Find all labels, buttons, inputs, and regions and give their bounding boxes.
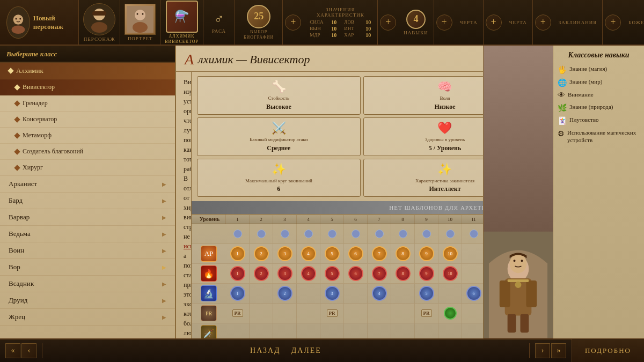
ap-dot-9: 9 (419, 246, 434, 261)
next-button[interactable]: ДАЛЕЕ (291, 346, 321, 355)
discovery-row-icon: 🔬 (192, 285, 226, 301)
bomb-l3: 3 (273, 264, 297, 283)
class-item-rogue[interactable]: Вор ▶ (0, 259, 175, 276)
level-row-discovery: 🔬 1 2 3 4 5 (192, 284, 483, 304)
lv6: 6 (344, 215, 368, 224)
spell-stat-icon: ✨ (437, 162, 452, 176)
stat-card-spell-circle: ✨ Максимальный круг заклинаний 6 (197, 159, 361, 197)
race-tab[interactable]: ♂ РАСА (203, 0, 235, 45)
svg-point-11 (142, 13, 144, 14)
bio-number: 25 (247, 5, 270, 28)
nav-btn-group-forward: › » (529, 343, 572, 358)
new-character-section[interactable]: Новый персонаж (0, 0, 79, 45)
lv7: 7 (368, 215, 391, 224)
class-item-warrior[interactable]: Воин ▶ (0, 242, 175, 259)
int-val: 10 (363, 26, 371, 32)
detail-body: Вивисектор изучает устройство организма,… (176, 72, 483, 338)
class-arcanist-label: Арканист (9, 180, 37, 188)
bio-tab[interactable]: 25 ВЫБОРБИОГРАФИИ (235, 0, 283, 45)
sp-l6 (344, 323, 368, 338)
disc-l1: 1 (226, 284, 250, 303)
hp-level-icon: ❤️ (437, 121, 452, 135)
disc-l10 (438, 284, 462, 303)
disc-l5: 3 (320, 284, 344, 303)
bab-value: Среднее (267, 144, 290, 152)
title-decorator: А (185, 51, 194, 68)
trait1-section[interactable]: ЧЕРТА (455, 0, 484, 45)
sp-l3 (273, 323, 297, 338)
class-item-vivisector[interactable]: Вивисектор (0, 79, 175, 95)
sp-l1 (226, 323, 250, 338)
dot-l4 (297, 224, 320, 243)
skill-item-trickery: 🃏 Плутовство (558, 116, 640, 125)
skill-icon-trickery: 🃏 (558, 116, 567, 125)
detail-main: А лхимик — Вивисектор Вивисектор изучает… (176, 46, 483, 338)
class-item-grenadier[interactable]: Гренадер (0, 95, 175, 112)
diamond-metamorph (14, 132, 20, 138)
spells-section[interactable]: ЗАКЛИНАНИЯ (553, 0, 603, 45)
svg-point-17 (510, 254, 527, 273)
class-item-surgeon[interactable]: Хирург (0, 160, 175, 176)
arrow-rider: ▶ (162, 281, 166, 287)
ap-dot-5: 5 (325, 246, 340, 261)
level-row-special: 🗡️ (192, 323, 483, 338)
add-trait1-btn[interactable]: + (436, 14, 452, 31)
lov-label: ЛОВ (344, 19, 359, 25)
pr-l5: PR (320, 304, 344, 323)
subclass-scent-label: Создатель благовоний (23, 147, 83, 156)
mdr-label: МДР (310, 32, 325, 38)
portrait-tab[interactable]: ПОРТРЕТ (120, 0, 160, 45)
class-item-rider[interactable]: Всадник ▶ (0, 276, 175, 292)
dot-l7 (368, 224, 391, 243)
class-item-priest[interactable]: Жрец ▶ (0, 309, 175, 326)
ap-l9: 9 (415, 244, 438, 263)
class-item-witch[interactable]: Ведьма ▶ (0, 226, 175, 242)
spells-label: ЗАКЛИНАНИЯ (559, 20, 597, 25)
nav-double-back-btn[interactable]: « (5, 343, 20, 358)
class-item-bard[interactable]: Бард ▶ (0, 193, 175, 209)
class-item-barbarian[interactable]: Варвар ▶ (0, 209, 175, 226)
nav-double-forward-btn[interactable]: » (551, 343, 566, 358)
class-item-conservator[interactable]: Консерватор (0, 112, 175, 128)
svg-point-0 (13, 14, 24, 25)
spell-circle-label: Максимальный круг заклинаний (245, 178, 312, 184)
add-spells-btn[interactable]: + (535, 14, 551, 31)
sp-l7 (368, 323, 391, 338)
add-skills-btn[interactable]: + (380, 14, 396, 31)
class-item-druid[interactable]: Друид ▶ (0, 292, 175, 309)
add-deity-btn[interactable]: + (605, 14, 621, 31)
detail-button[interactable]: ПОДРОБНО (572, 339, 644, 362)
class-item-metamorph[interactable]: Метаморф (0, 128, 175, 144)
svg-point-2 (15, 18, 17, 19)
pr-label-5: PR (327, 309, 338, 317)
class-list: Алхимик Вивисектор Гренадер Консерватор … (0, 63, 175, 338)
class-item-alchemist[interactable]: Алхимик (0, 63, 175, 79)
bomb-dot-2: 2 (254, 266, 269, 281)
pr-l11 (462, 304, 483, 323)
level-row-ap: AP 1 2 3 4 5 6 7 8 9 10 (192, 244, 483, 264)
nav-back-btn[interactable]: ‹ (21, 343, 36, 358)
skill-icon-magic: 🖐 (558, 65, 567, 75)
skills-panel-title: Классовые навыки (558, 51, 640, 60)
class-tab[interactable]: ⚗️ АЛХИМИКВИВИСЕКТОР (160, 0, 203, 45)
add-stats-btn[interactable]: + (285, 14, 301, 31)
deity-section[interactable]: БОЖЕСТВО (623, 0, 644, 45)
svg-point-19 (521, 260, 523, 262)
bomb-l10: 10 (438, 264, 462, 283)
main-content: Выберите класс Алхимик Вивисектор Гренад… (0, 46, 644, 338)
class-item-arcanist[interactable]: Арканист ▶ (0, 176, 175, 193)
ap-dot-1: 1 (230, 246, 245, 261)
skill-name-attention: Внимание (568, 91, 594, 98)
arrow-rogue: ▶ (162, 264, 166, 270)
class-item-scent[interactable]: Создатель благовоний (0, 144, 175, 160)
arrow-witch: ▶ (162, 231, 166, 237)
add-trait2-btn[interactable]: + (486, 14, 502, 31)
skill-item-magic: 🖐 Знание (магия) (558, 65, 640, 75)
sp-l5 (320, 323, 344, 338)
back-button[interactable]: НАЗАД (250, 346, 281, 355)
ap-dot-8: 8 (396, 246, 411, 261)
trait2-section[interactable]: ЧЕРТА (504, 0, 533, 45)
nav-forward-btn[interactable]: › (535, 343, 550, 358)
character-tab[interactable]: ПЕРСОНАЖ (79, 0, 120, 45)
archetype-text: НЕТ ШАБЛОНОВ ДЛЯ АРХЕТИПОВ (389, 204, 483, 211)
